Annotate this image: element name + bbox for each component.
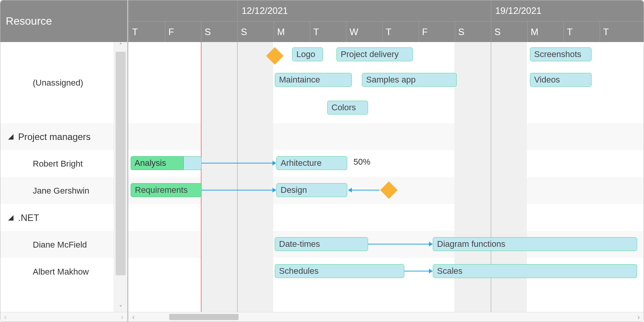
scroll-right-icon[interactable]: › <box>121 313 123 321</box>
day-label: S <box>241 27 247 37</box>
task-label: Maintaince <box>279 75 320 85</box>
day-cell: T <box>563 21 600 42</box>
vertical-scrollbar[interactable]: ˄ ˅ <box>114 42 127 312</box>
task-diagram-functions[interactable]: Diagram functions <box>433 237 637 251</box>
gantt-grid[interactable]: Logo Project delivery Screenshots Mainta… <box>128 42 644 322</box>
resource-label: Robert Bright <box>33 159 83 169</box>
day-cell: S <box>491 21 527 42</box>
dependency-line <box>352 190 380 191</box>
day-cell: T <box>129 21 165 42</box>
day-label: S <box>205 27 211 37</box>
task-label: Colors <box>331 103 356 113</box>
resource-row-project-managers[interactable]: Project managers <box>0 123 114 150</box>
task-label: Analysis <box>135 158 166 168</box>
scroll-thumb[interactable] <box>116 52 126 275</box>
resource-label: (Unassigned) <box>33 78 83 88</box>
day-label: M <box>531 27 538 37</box>
expander-icon[interactable] <box>7 214 14 221</box>
day-row: T F S S M T W T F S S M T T <box>129 21 644 42</box>
week-label: 12/12/2021 <box>242 5 288 16</box>
resource-tree[interactable]: (Unassigned) Project managers Robert Bri… <box>0 42 114 312</box>
horizontal-scrollbar[interactable]: ‹ › <box>128 312 644 322</box>
task-analysis[interactable]: Analysis <box>131 156 202 170</box>
day-cell: M <box>527 21 563 42</box>
dependency-arrow-icon <box>429 242 433 246</box>
day-cell: T <box>600 21 644 42</box>
dependency-arrow-icon <box>348 188 352 192</box>
task-label: Samples app <box>366 75 415 85</box>
task-design[interactable]: Design <box>276 183 347 197</box>
resource-row-unassigned[interactable]: (Unassigned) <box>0 42 114 123</box>
scroll-up-icon[interactable]: ˄ <box>114 42 127 50</box>
day-cell: F <box>419 21 455 42</box>
day-cell: M <box>274 21 310 42</box>
day-label: T <box>567 27 573 37</box>
week-row: 12/12/2021 19/12/2021 <box>129 0 644 21</box>
task-project-delivery[interactable]: Project delivery <box>336 47 413 61</box>
task-requirements[interactable]: Requirements <box>131 183 202 197</box>
today-line <box>201 42 202 312</box>
dependency-line <box>368 244 430 244</box>
resource-label: Albert Makhow <box>33 267 89 277</box>
scroll-track[interactable] <box>138 312 634 322</box>
week-cell <box>129 0 237 21</box>
day-cell: S <box>201 21 237 42</box>
task-schedules[interactable]: Schedules <box>275 264 404 278</box>
week-cell: 12/12/2021 <box>237 0 491 21</box>
resource-row-dotnet[interactable]: .NET <box>0 204 114 231</box>
expander-icon[interactable] <box>7 133 14 140</box>
dependency-arrow-icon <box>429 269 433 273</box>
resource-row-robert[interactable]: Robert Bright <box>0 150 114 177</box>
col-line <box>237 42 238 322</box>
task-label: Schedules <box>279 266 319 276</box>
day-label: S <box>494 27 501 37</box>
resource-row-jane[interactable]: Jane Gershwin <box>0 177 114 204</box>
task-maintaince[interactable]: Maintaince <box>275 73 352 87</box>
day-label: S <box>458 27 464 37</box>
weekend-shade <box>201 42 237 312</box>
gantt-app: Resource (Unassigned) Project managers R… <box>0 0 644 322</box>
task-label: Diagram functions <box>437 239 505 249</box>
task-samples-app[interactable]: Samples app <box>362 73 457 87</box>
day-cell: S <box>455 21 491 42</box>
task-logo[interactable]: Logo <box>292 47 323 61</box>
weekend-shade <box>237 42 273 312</box>
scroll-thumb[interactable] <box>169 314 239 320</box>
resource-body: (Unassigned) Project managers Robert Bri… <box>0 42 127 312</box>
dependency-line <box>202 190 273 191</box>
dependency-line <box>404 271 430 271</box>
scroll-left-icon[interactable]: ‹ <box>4 313 7 321</box>
task-progress-label: 50% <box>353 157 370 167</box>
task-colors[interactable]: Colors <box>327 101 368 115</box>
week-cell: 19/12/2021 <box>491 0 644 21</box>
day-cell: W <box>346 21 382 42</box>
task-label: Screenshots <box>534 49 581 59</box>
scroll-right-icon[interactable]: › <box>634 313 644 321</box>
resource-header-label: Resource <box>6 15 52 27</box>
dependency-arrow-icon <box>272 161 276 165</box>
col-line <box>491 42 491 322</box>
day-label: M <box>277 27 285 37</box>
day-label: T <box>603 27 609 37</box>
scroll-left-icon[interactable]: ‹ <box>128 313 138 321</box>
task-label: Date-times <box>279 239 320 249</box>
task-label: Project delivery <box>341 49 399 59</box>
week-label: 19/12/2021 <box>495 5 541 16</box>
task-scales[interactable]: Scales <box>433 264 637 278</box>
day-cell: F <box>165 21 201 42</box>
task-screenshots[interactable]: Screenshots <box>530 47 592 61</box>
left-footer: ‹ › <box>0 312 127 322</box>
task-date-times[interactable]: Date-times <box>275 237 368 251</box>
task-arhitecture[interactable]: Arhitecture <box>276 156 347 170</box>
resource-row-albert[interactable]: Albert Makhow <box>0 258 114 285</box>
scroll-down-icon[interactable]: ˅ <box>114 304 127 312</box>
resource-row-diane[interactable]: Diane McField <box>0 231 114 258</box>
task-videos[interactable]: Videos <box>530 73 592 87</box>
task-label: Requirements <box>135 185 188 195</box>
day-label: T <box>313 27 319 37</box>
day-cell: T <box>310 21 346 42</box>
day-label: F <box>422 27 428 37</box>
task-label: Logo <box>296 49 315 59</box>
day-label: T <box>132 27 138 37</box>
dependency-line <box>202 163 273 164</box>
